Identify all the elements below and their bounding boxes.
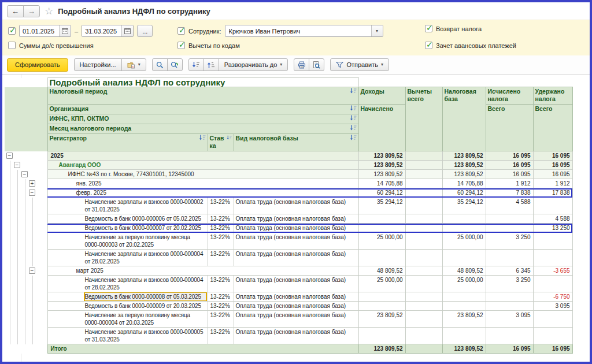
value-cell[interactable]: 14 705,88 [358,179,405,188]
sort-icon[interactable] [227,135,232,141]
value-cell[interactable]: 60 294,12 [358,188,405,198]
forward-button[interactable]: → [23,5,40,17]
header-calculated-total[interactable]: Всего [486,105,533,151]
sums-over-checkbox[interactable] [8,42,16,49]
table-row[interactable]: Ведомость в банк 0000-000008 от 05.03.20… [5,292,572,302]
row-label[interactable]: Ведомость в банк 0000-000007 от 20.02.20… [47,224,208,233]
value-cell[interactable] [405,344,442,354]
expand-levels-button[interactable] [188,58,204,71]
rate-cell[interactable]: 13-22% [208,292,234,302]
expand-expander-icon[interactable]: + [29,180,35,187]
header-base-kind[interactable]: Вид налоговой базы [234,134,358,151]
row-label[interactable]: февр. 2025 [47,188,358,198]
value-cell[interactable] [486,214,533,224]
value-cell[interactable]: 60 294,12 [442,188,486,198]
table-row[interactable]: Начисление за первую половину месяца 000… [5,233,572,250]
value-cell[interactable]: 7 838 [486,188,533,198]
base-kind-cell[interactable]: Оплата труда (основная налоговая база) [234,311,358,328]
calendar-icon[interactable] [121,25,133,36]
sort-icon[interactable] [350,135,357,141]
value-cell[interactable]: 25 000,00 [358,276,405,292]
value-cell[interactable]: 35 294,12 [442,198,486,214]
table-row[interactable]: Начисление зарплаты и взносов 0000-00000… [5,276,572,292]
value-cell[interactable]: 25 000,00 [442,233,486,250]
table-row[interactable]: +янв. 202514 705,8814 705,881 9121 912 [5,179,572,188]
base-kind-cell[interactable]: Оплата труда (основная налоговая база) [234,328,358,344]
sort-icon[interactable] [199,135,206,141]
collapse-expander-icon[interactable]: − [29,190,35,196]
base-kind-cell[interactable]: Оплата труда (основная налоговая база) [234,276,358,292]
header-registrar[interactable]: Регистратор [47,134,208,151]
value-cell[interactable]: 16 095 [533,151,572,161]
header-organization[interactable]: Организация [47,105,358,114]
value-cell[interactable] [405,292,442,302]
base-kind-cell[interactable]: Оплата труда (основная налоговая база) [234,198,358,214]
row-label[interactable]: Ведомость в банк 0000-000008 от 05.03.20… [47,292,208,302]
value-cell[interactable] [405,214,442,224]
value-cell[interactable] [358,224,405,233]
row-label[interactable]: март 2025 [47,266,358,276]
value-cell[interactable] [442,224,486,233]
row-label[interactable]: 2025 [47,151,358,161]
value-cell[interactable] [405,328,442,344]
value-cell[interactable] [405,198,442,214]
table-row[interactable]: Начисление зарплаты и взносов 0000-00000… [5,328,572,344]
advance-offset-checkbox[interactable] [425,42,432,49]
employee-checkbox[interactable] [177,27,185,35]
rate-cell[interactable]: 13-22% [208,276,234,292]
search-button[interactable] [152,58,168,71]
value-cell[interactable] [405,266,442,276]
send-button[interactable]: Отправить ▾ [330,58,389,71]
collapse-levels-button[interactable] [204,58,219,71]
period-more-button[interactable]: ... [137,25,153,37]
value-cell[interactable]: 3 250 [486,276,533,292]
value-cell[interactable] [358,292,405,302]
date-to-input[interactable] [82,25,121,36]
table-row[interactable]: Ведомость в банк 0000-000009 от 20.03.20… [5,302,572,311]
chevron-down-icon[interactable]: ▾ [371,25,383,36]
sort-icon[interactable] [350,115,357,121]
row-label[interactable]: янв. 2025 [47,179,358,188]
value-cell[interactable] [405,250,442,266]
value-cell[interactable] [405,179,442,188]
value-cell[interactable]: 16 095 [486,170,533,179]
value-cell[interactable]: 3 250 [486,233,533,250]
value-cell[interactable] [486,328,533,344]
print-preview-button[interactable] [309,58,324,71]
header-withheld-total[interactable]: Всего [533,105,572,151]
rate-cell[interactable]: 13-22% [208,328,234,344]
table-row[interactable]: −ИФНС №43 по г. Москве, 774301001, 12345… [5,170,572,179]
value-cell[interactable] [486,302,533,311]
value-cell[interactable]: 4 588 [533,214,572,224]
value-cell[interactable]: 48 809,52 [442,266,486,276]
value-cell[interactable]: 23 809,52 [442,311,486,328]
table-row[interactable]: −2025123 809,52123 809,5216 09516 095 [5,151,572,161]
value-cell[interactable] [442,214,486,224]
base-kind-cell[interactable]: Оплата труда (основная налоговая база) [234,224,358,233]
collapse-expander-icon[interactable]: − [29,268,35,274]
print-button[interactable] [294,58,309,71]
collapse-expander-icon[interactable]: − [14,162,20,168]
sort-icon[interactable] [350,88,357,94]
value-cell[interactable]: 123 809,52 [358,151,405,161]
rate-cell[interactable]: 13-22% [208,198,234,214]
row-label[interactable]: Авангард ООО [47,161,358,170]
row-label[interactable]: Начисление зарплаты и взносов 0000-00000… [47,328,208,344]
row-label[interactable]: Начисление зарплаты и взносов 0000-00000… [47,198,208,214]
row-label[interactable]: ИФНС №43 по г. Москве, 774301001, 123450… [47,170,358,179]
value-cell[interactable]: 35 294,12 [358,198,405,214]
value-cell[interactable]: 16 095 [533,344,572,354]
value-cell[interactable]: 123 809,52 [358,161,405,170]
value-cell[interactable] [405,302,442,311]
value-cell[interactable] [405,311,442,328]
value-cell[interactable]: 14 705,88 [442,179,486,188]
value-cell[interactable] [358,214,405,224]
value-cell[interactable]: 48 809,52 [358,266,405,276]
value-cell[interactable] [358,250,405,266]
value-cell[interactable]: 13 250 [533,224,572,233]
base-kind-cell[interactable]: Оплата труда (основная налоговая база) [234,292,358,302]
value-cell[interactable] [358,328,405,344]
header-ifns[interactable]: ИФНС, КПП, ОКТМО [47,114,358,124]
value-cell[interactable] [442,292,486,302]
rate-cell[interactable]: 13-22% [208,233,234,250]
